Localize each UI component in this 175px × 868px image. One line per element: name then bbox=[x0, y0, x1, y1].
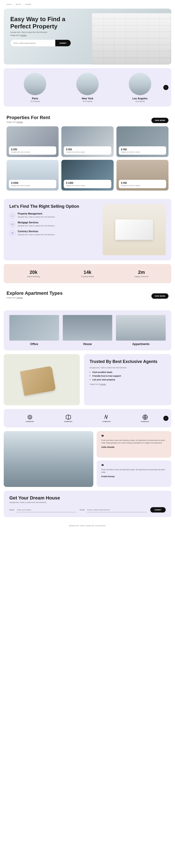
testimonial-author: Celia Almeda bbox=[101, 446, 167, 448]
selling-feature: Property Management Sample text. Click t… bbox=[9, 212, 98, 218]
selling-feature-desc: Sample text. Click to select the Text El… bbox=[18, 216, 55, 218]
testimonial-card: ❝ Proin sed libero enim sed faucibus tur… bbox=[97, 460, 171, 487]
property-price: $ 2500 bbox=[11, 182, 54, 184]
city-count: 40 Property bbox=[63, 100, 112, 102]
hero-submit-button[interactable]: SUBMIT bbox=[55, 40, 71, 46]
selling-image bbox=[103, 204, 166, 255]
stat-item: 20k Award Winning bbox=[6, 270, 60, 278]
testimonial-text: Proin sed libero enim sed faucibus turpi… bbox=[101, 468, 167, 473]
company-logo: COMPANY bbox=[11, 414, 49, 422]
footer-heading: Get Your Dream House bbox=[9, 495, 166, 501]
property-card[interactable]: $ 350 Sample text click to select. bbox=[117, 160, 169, 190]
type-card[interactable]: House bbox=[63, 315, 112, 346]
types-heading: Explore Apartment Types bbox=[6, 290, 62, 296]
trusted-bullet: List your own property bbox=[90, 378, 166, 381]
company-logo: COMPANY bbox=[49, 414, 88, 422]
trusted-bullet: Friendly host & Fast support bbox=[90, 375, 166, 377]
hero-building-image bbox=[92, 13, 171, 64]
selling-feature: Mortgage Services Sample text. Click to … bbox=[9, 221, 98, 227]
type-label: House bbox=[63, 342, 112, 346]
types-view-more-button[interactable]: VIEW MORE bbox=[151, 293, 169, 299]
nav-link-home[interactable]: Home bbox=[6, 3, 11, 5]
stat-label: Property Ready bbox=[60, 275, 114, 278]
types-attr-link[interactable]: Freepik bbox=[17, 297, 23, 299]
logos-next-arrow[interactable] bbox=[163, 416, 169, 421]
cities-next-arrow[interactable] bbox=[163, 85, 169, 90]
selling-feature-desc: Sample text. Click to select the Text El… bbox=[18, 224, 55, 227]
rent-view-more-button[interactable]: VIEW MORE bbox=[151, 118, 169, 123]
city-image bbox=[24, 73, 46, 95]
type-image bbox=[116, 315, 166, 341]
property-price: $ 1450 bbox=[66, 182, 109, 184]
selling-heading: Let's Find The Right Selling Option bbox=[9, 204, 98, 209]
stat-label: Happy Customer bbox=[115, 275, 169, 278]
city-count: 34 property bbox=[115, 100, 165, 102]
property-card[interactable]: $ 2500 Sample text click to select. bbox=[6, 160, 58, 190]
nav-link-about[interactable]: About bbox=[16, 3, 21, 5]
cities-carousel: Paris 15 Property New York 40 Property L… bbox=[4, 68, 171, 106]
hero-image-attribution: Image from Freepik bbox=[10, 34, 72, 36]
property-price: $ 250 bbox=[11, 148, 54, 151]
stats-section: 20k Award Winning 14k Property Ready 2m … bbox=[4, 264, 171, 283]
rent-attr-link[interactable]: Freepik bbox=[17, 121, 23, 123]
footer-email-input[interactable] bbox=[87, 508, 147, 512]
dream-house-section: Get Your Dream House Sample text. Click … bbox=[4, 491, 171, 517]
chevron-right-icon bbox=[165, 87, 167, 88]
company-logo: COMPANY bbox=[126, 414, 165, 422]
svg-point-3 bbox=[29, 416, 31, 418]
type-label: Appartments bbox=[116, 342, 166, 346]
selling-feature-title: Mortgage Services bbox=[18, 221, 55, 224]
type-card[interactable]: Appartments bbox=[116, 315, 166, 346]
hero-subtitle: Sample text. Click to select the Text El… bbox=[10, 31, 72, 33]
stat-value: 2m bbox=[115, 270, 169, 275]
property-desc: Sample text click to select. bbox=[11, 185, 54, 186]
company-logo-icon bbox=[65, 414, 71, 420]
logos-carousel: COMPANY COMPANY COMPANY COMPANY bbox=[4, 409, 171, 427]
name-label: Name bbox=[9, 509, 14, 511]
type-card[interactable]: Office bbox=[9, 315, 59, 346]
testimonials-section: ❝ Proin sed libero enim sed faucibus tur… bbox=[4, 431, 171, 487]
property-card[interactable]: $ 350 Sample text click to select. bbox=[117, 126, 169, 157]
rent-heading: Properties For Rent bbox=[6, 115, 50, 120]
hero-attr-link[interactable]: Freepik bbox=[20, 34, 27, 36]
selling-feature: Currency Services Sample text. Click to … bbox=[9, 230, 98, 236]
footnote: Sample text. Click to select the Text El… bbox=[0, 521, 175, 532]
trusted-bullet: Find excellent deals bbox=[90, 371, 166, 373]
quote-icon: ❝ bbox=[101, 435, 167, 438]
property-desc: Sample text click to select. bbox=[66, 185, 109, 186]
city-name: Los Angeles bbox=[115, 97, 165, 100]
city-name: Paris bbox=[10, 97, 60, 100]
trusted-attribution: Image from Freepik bbox=[90, 383, 166, 385]
hero-section: Easy Way to Find a Perfect Property Samp… bbox=[4, 9, 171, 64]
property-card[interactable]: $ 250 Sample text click to select. bbox=[6, 126, 58, 157]
types-attribution: Image from Freepik bbox=[6, 297, 62, 299]
company-logo: COMPANY bbox=[88, 414, 126, 422]
hero-title: Easy Way to Find a Perfect Property bbox=[10, 16, 72, 30]
selling-feature-title: Currency Services bbox=[18, 230, 55, 232]
testimonial-card: ❝ Proin sed libero enim sed faucibus tur… bbox=[97, 431, 171, 458]
footer-submit-button[interactable]: SUBMIT bbox=[150, 507, 166, 513]
property-desc: Sample text click to select. bbox=[121, 151, 164, 153]
stat-item: 2m Happy Customer bbox=[115, 270, 169, 278]
city-card[interactable]: Paris 15 Property bbox=[10, 73, 60, 102]
trusted-attr-link[interactable]: Freepik bbox=[100, 383, 106, 385]
city-card[interactable]: New York 40 Property bbox=[63, 73, 112, 102]
trusted-section: Trusted By Best Exclusive Agents Sample … bbox=[4, 354, 171, 405]
quote-icon: ❝ bbox=[101, 465, 167, 467]
property-card[interactable]: $ 1450 Sample text click to select. bbox=[61, 160, 114, 190]
footer-subhead: Sample text. Click to select the Text El… bbox=[9, 501, 166, 503]
city-image bbox=[76, 73, 99, 95]
city-name: New York bbox=[63, 97, 112, 100]
selling-section: Let's Find The Right Selling Option Prop… bbox=[4, 199, 171, 260]
property-desc: Sample text click to select. bbox=[11, 151, 54, 153]
city-card[interactable]: Los Angeles 34 property bbox=[115, 73, 165, 102]
properties-rent-section: Properties For Rent Image from Freepik V… bbox=[0, 110, 175, 195]
name-input[interactable] bbox=[17, 508, 77, 512]
property-card[interactable]: $ 550 Sample text click to select. bbox=[61, 126, 114, 157]
nav-link-contact[interactable]: Contact bbox=[25, 3, 31, 5]
hero-email-input[interactable] bbox=[10, 40, 55, 46]
chevron-right-icon bbox=[165, 417, 167, 419]
trusted-bullets: Find excellent deals Friendly host & Fas… bbox=[90, 371, 166, 381]
type-image bbox=[63, 315, 112, 341]
company-logo-icon bbox=[142, 414, 148, 420]
